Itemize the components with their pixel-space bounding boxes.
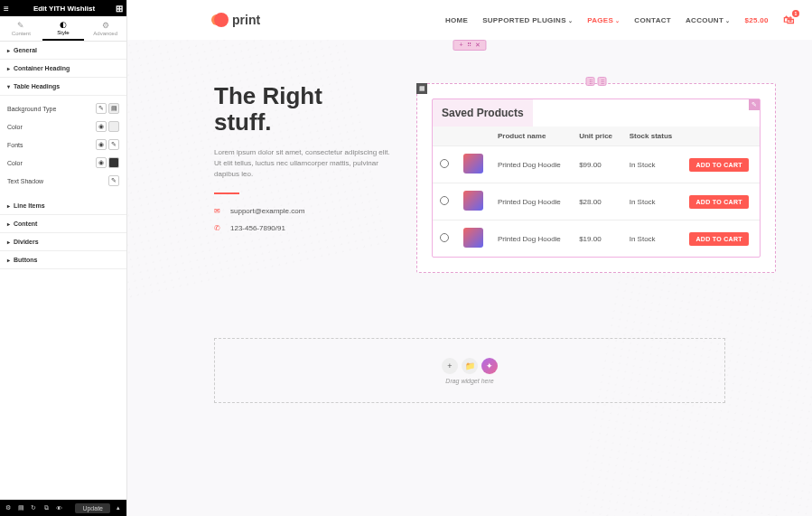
phone-icon: ✆ [214, 224, 223, 232]
gear-icon: ⚙ [102, 21, 109, 30]
color-swatch[interactable] [108, 121, 119, 132]
chevron-down-icon: ⌄ [725, 18, 730, 23]
envelope-icon: ✉ [214, 207, 223, 215]
contact-email[interactable]: ✉support@example.com [214, 207, 395, 215]
main-nav: HOME SUPPORTED PLUGINS⌄ PAGES⌄ CONTACT A… [445, 14, 794, 26]
history-icon[interactable]: ↻ [29, 504, 38, 511]
caret-right-icon: ▸ [7, 202, 10, 209]
product-thumbnail[interactable] [463, 191, 483, 211]
stock-status: In Stock [622, 220, 683, 258]
globe-icon[interactable]: ◉ [96, 121, 107, 132]
tab-style[interactable]: ◐Style [42, 16, 85, 41]
section-general[interactable]: ▸General [0, 42, 126, 60]
caret-right-icon: ▸ [7, 47, 10, 53]
contact-phone[interactable]: ✆123-456-7890/91 [214, 224, 395, 232]
empty-section-dropzone[interactable]: + 📁 ✦ Drag widget here [214, 338, 725, 403]
chevron-down-icon: ⌄ [615, 18, 620, 23]
product-name[interactable]: Printed Dog Hoodie [490, 183, 572, 220]
bg-classic-button[interactable]: ✎ [96, 103, 107, 114]
caret-down-icon: ▾ [7, 83, 10, 89]
edit-widget-icon[interactable]: ✎ [749, 99, 760, 110]
settings-icon[interactable]: ⚙ [4, 504, 13, 511]
navigator-icon[interactable]: ▤ [16, 504, 25, 511]
color-swatch-dark[interactable] [108, 157, 119, 168]
editor-sidebar: ≡ Edit YITH Wishlist ⊞ ✎Content ◐Style ⚙… [0, 0, 127, 516]
column-edit-handle[interactable]: ⠿⠿ [586, 77, 607, 86]
th-action [682, 127, 760, 146]
fonts-edit-button[interactable]: ✎ [108, 139, 119, 150]
update-button[interactable]: Update [75, 503, 110, 513]
add-widget-button[interactable]: + [442, 358, 458, 374]
logo-text: print [232, 13, 260, 27]
template-library-button[interactable]: 📁 [462, 358, 478, 374]
column-handle-icon[interactable]: ⠿ [598, 77, 607, 86]
apps-icon[interactable]: ⊞ [116, 4, 123, 14]
cart-total[interactable]: $25.00 [744, 16, 768, 24]
menu-icon[interactable]: ≡ [4, 4, 13, 14]
row-bg-color: Color◉ [7, 117, 119, 136]
elementor-ai-button[interactable]: ✦ [481, 358, 498, 374]
close-section-icon[interactable]: ✕ [475, 42, 481, 49]
row-background-type: Background Type✎▤ [7, 99, 119, 117]
section-container-heading[interactable]: ▸Container Heading [0, 60, 126, 78]
product-thumbnail[interactable] [463, 228, 483, 248]
section-dividers[interactable]: ▸Dividers [0, 233, 126, 251]
table-row: Printed Dog Hoodie$28.00In StockADD TO C… [433, 183, 760, 220]
section-edit-handle[interactable]: + ⠿ ✕ [453, 40, 486, 51]
globe-icon[interactable]: ◉ [96, 139, 107, 150]
caret-right-icon: ▸ [7, 239, 10, 245]
table-row: Printed Dog Hoodie$19.00In StockADD TO C… [433, 220, 760, 258]
site-logo[interactable]: print [214, 13, 260, 27]
product-name[interactable]: Printed Dog Hoodie [490, 220, 572, 258]
add-to-cart-button[interactable]: ADD TO CART [689, 195, 748, 209]
editor-header: ≡ Edit YITH Wishlist ⊞ [0, 0, 126, 16]
column-handle-icon[interactable]: ⠿ [586, 77, 595, 86]
widget-tab-icon[interactable]: ▦ [416, 83, 427, 94]
product-thumbnail[interactable] [463, 154, 483, 174]
tab-advanced[interactable]: ⚙Advanced [84, 16, 126, 41]
caret-up-icon[interactable]: ▴ [114, 504, 123, 511]
hero-title: The Rightstuff. [214, 83, 395, 135]
bg-gradient-button[interactable]: ▤ [108, 103, 119, 114]
editor-tabs: ✎Content ◐Style ⚙Advanced [0, 16, 126, 42]
preview-icon[interactable]: 👁 [54, 505, 63, 511]
add-section-icon[interactable]: + [459, 42, 462, 49]
shadow-edit-button[interactable]: ✎ [108, 175, 119, 186]
wishlist-widget[interactable]: ⠿⠿ ▦ ✎ Saved Products Product name Unit … [416, 83, 776, 273]
nav-pages[interactable]: PAGES⌄ [587, 16, 620, 24]
hero-column: The Rightstuff. Lorem ipsum dolor sit am… [214, 83, 395, 273]
tab-content[interactable]: ✎Content [0, 16, 42, 41]
remove-item-radio[interactable] [440, 196, 449, 205]
page-body: The Rightstuff. Lorem ipsum dolor sit am… [127, 40, 812, 309]
nav-account[interactable]: ACCOUNT⌄ [686, 16, 730, 24]
table-headings-panel: Background Type✎▤ Color◉ Fonts◉✎ Color◉ … [0, 96, 126, 197]
section-table-headings[interactable]: ▾Table Headings [0, 78, 126, 96]
nav-supported-plugins[interactable]: SUPPORTED PLUGINS⌄ [482, 16, 573, 24]
add-to-cart-button[interactable]: ADD TO CART [689, 232, 748, 246]
section-content[interactable]: ▸Content [0, 215, 126, 233]
caret-right-icon: ▸ [7, 65, 10, 71]
remove-item-radio[interactable] [440, 159, 449, 168]
section-line-items[interactable]: ▸Line Items [0, 197, 126, 215]
nav-home[interactable]: HOME [445, 16, 468, 24]
nav-contact[interactable]: CONTACT [634, 16, 671, 24]
globe-icon[interactable]: ◉ [96, 157, 107, 168]
site-header: print HOME SUPPORTED PLUGINS⌄ PAGES⌄ CON… [127, 0, 812, 40]
unit-price: $99.00 [572, 146, 622, 183]
wishlist-title: Saved Products [433, 99, 533, 127]
product-name[interactable]: Printed Dog Hoodie [490, 146, 572, 183]
remove-item-radio[interactable] [440, 233, 449, 242]
hero-divider [214, 192, 239, 194]
add-to-cart-button[interactable]: ADD TO CART [689, 158, 748, 172]
preview-canvas: print HOME SUPPORTED PLUGINS⌄ PAGES⌄ CON… [127, 0, 812, 516]
responsive-icon[interactable]: ⧉ [42, 504, 51, 511]
cart-icon[interactable]: 🛍1 [783, 14, 794, 26]
th-stock: Stock status [622, 127, 683, 146]
edit-section-icon[interactable]: ⠿ [467, 42, 471, 49]
unit-price: $28.00 [572, 183, 622, 220]
cart-badge: 1 [792, 10, 799, 17]
caret-right-icon: ▸ [7, 220, 10, 227]
th-price: Unit price [572, 127, 622, 146]
editor-sections: ▸General ▸Container Heading ▾Table Headi… [0, 42, 126, 500]
section-buttons[interactable]: ▸Buttons [0, 251, 126, 269]
